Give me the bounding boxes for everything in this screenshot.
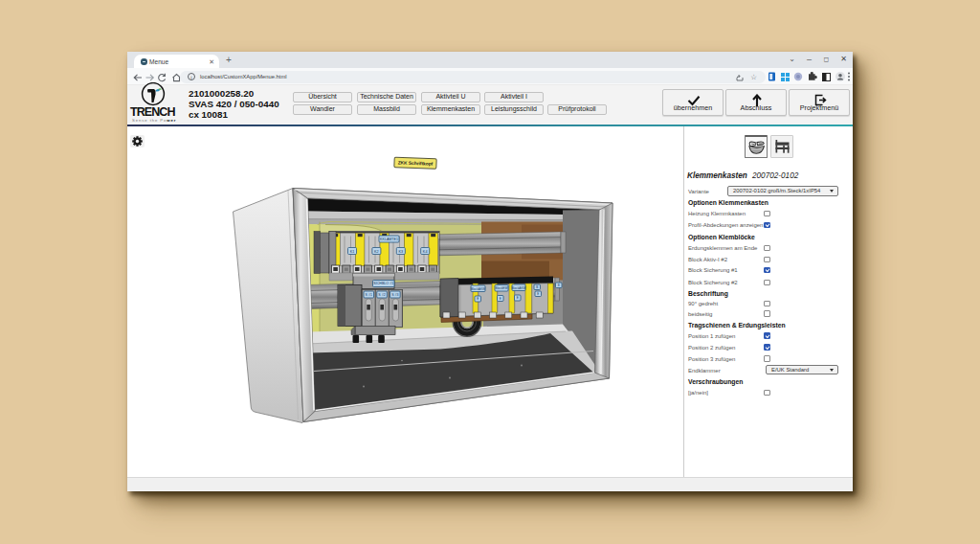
svg-text:K1: K1: [350, 250, 355, 254]
svg-text:KKLAMTE1: KKLAMTE1: [380, 238, 398, 241]
svg-text:BlockAKW: BlockAKW: [471, 287, 485, 291]
svg-text:S #2: S #2: [378, 293, 385, 297]
svg-text:S #1: S #1: [366, 293, 372, 297]
svg-text:K2: K2: [374, 250, 379, 254]
svg-text:S #3: S #3: [391, 293, 398, 297]
svg-text:B: B: [536, 285, 538, 289]
svg-text:K4: K4: [423, 250, 428, 254]
svg-text:BlockEW: BlockEW: [496, 286, 508, 290]
svg-text:E: E: [517, 296, 519, 300]
svg-text:K3: K3: [398, 250, 403, 254]
svg-text:E: E: [537, 292, 539, 296]
svg-text:B: B: [558, 283, 560, 287]
svg-text:BlockAKW: BlockAKW: [511, 286, 525, 290]
svg-text:TRENCH: TRENCH: [130, 105, 176, 119]
svg-text:Sense the Power: Sense the Power: [132, 118, 176, 123]
svg-text:E: E: [500, 297, 501, 301]
svg-text:SICHBLO #1: SICHBLO #1: [373, 282, 393, 285]
svg-text:E: E: [477, 297, 479, 301]
